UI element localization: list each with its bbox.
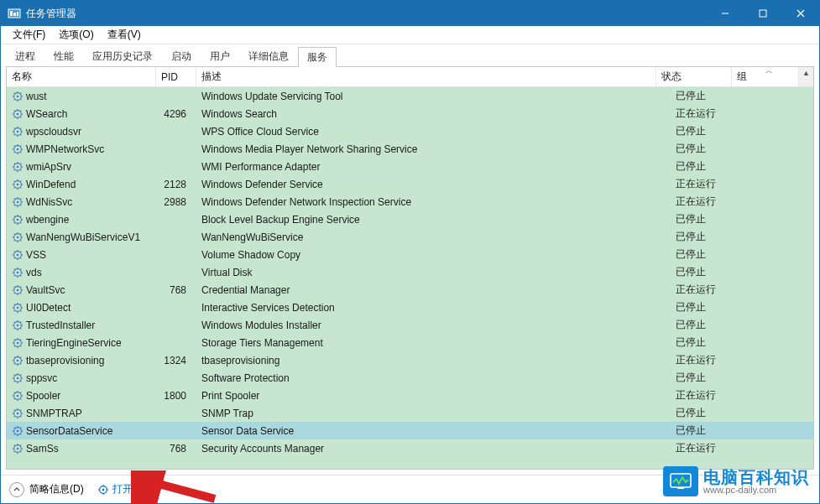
col-header-status[interactable]: 状态 [656,67,732,86]
svg-line-25 [20,117,21,117]
maximize-button[interactable] [744,1,781,26]
service-row[interactable]: WSearch4296Windows Search正在运行 [7,105,813,122]
svg-point-109 [17,271,19,273]
service-row[interactable]: SNMPTRAPSNMP Trap已停止 [7,404,813,422]
service-desc-cell: Windows Search [196,108,671,120]
service-row[interactable]: WMPNetworkSvcWindows Media Player Networ… [7,140,813,158]
service-row[interactable]: TieringEngineServiceStorage Tiers Manage… [7,334,813,351]
col-header-pid[interactable]: PID [156,67,196,86]
svg-line-194 [14,409,15,410]
svg-line-167 [20,356,21,357]
service-row[interactable]: tbaseprovisioning1324tbaseprovisioning正在… [7,351,813,369]
service-status-cell: 正在运行 [671,177,746,191]
service-status-cell: 正在运行 [671,388,746,403]
svg-line-124 [14,286,15,287]
service-row[interactable]: TrustedInstallerWindows Modules Installe… [7,316,813,334]
service-desc-cell: WMI Performance Adapter [196,161,671,173]
close-button[interactable] [781,1,819,26]
svg-line-77 [20,198,21,199]
window-controls [706,1,819,26]
svg-line-164 [14,356,15,357]
col-header-desc[interactable]: 描述 [196,67,656,86]
service-name-cell: wpscloudsvr [7,126,156,138]
svg-line-15 [20,99,21,100]
watermark: 电脑百科知识 www.pc-daily.com [663,466,809,496]
service-name-cell: sppsvc [7,372,156,384]
svg-line-74 [14,198,15,199]
tab-2[interactable]: 应用历史记录 [83,46,162,66]
tab-6[interactable]: 服务 [298,47,337,67]
svg-line-225 [146,481,215,499]
minimize-button[interactable] [706,1,744,26]
service-status-cell: 正在运行 [671,441,746,455]
svg-rect-3 [17,12,18,16]
svg-point-9 [17,95,19,97]
service-row[interactable]: wbengineBlock Level Backup Engine Servic… [7,210,813,228]
service-row[interactable]: wmiApSrvWMI Performance Adapter已停止 [7,158,813,175]
menubar: 文件(F) 选项(O) 查看(V) [1,26,819,44]
watermark-badge-icon [663,466,698,496]
services-panel: 名称 PID 描述 状态 组 ︿ ▲ wustWindows Update Se… [6,66,814,470]
tab-5[interactable]: 详细信息 [239,46,298,66]
service-row[interactable]: VSSVolume Shadow Copy已停止 [7,246,813,263]
service-status-cell: 正在运行 [671,283,746,297]
svg-rect-2 [13,13,16,16]
menu-file[interactable]: 文件(F) [6,26,52,44]
service-row[interactable]: wpscloudsvrWPS Office Cloud Service已停止 [7,122,813,140]
services-list[interactable]: wustWindows Update Servicing Tool已停止WSea… [7,87,813,469]
svg-line-185 [20,398,21,399]
service-row[interactable]: Spooler1800Print Spooler正在运行 [7,387,813,404]
svg-line-75 [20,205,21,205]
svg-line-217 [20,444,21,445]
svg-line-36 [14,134,15,135]
tab-4[interactable]: 用户 [201,46,239,66]
tab-1[interactable]: 性能 [44,46,83,66]
svg-line-65 [20,187,21,188]
service-status-cell: 已停止 [671,265,746,279]
svg-line-64 [14,180,15,181]
service-status-cell: 已停止 [671,142,746,156]
service-row[interactable]: WinDefend2128Windows Defender Service正在运… [7,175,813,193]
col-header-group[interactable]: 组 ︿ [732,67,799,86]
service-status-cell: 已停止 [671,335,746,350]
services-icon [97,484,109,496]
tab-0[interactable]: 进程 [6,46,44,66]
fewer-details-toggle[interactable] [9,482,24,497]
service-row[interactable]: vdsVirtual Disk已停止 [7,263,813,281]
menu-options[interactable]: 选项(O) [52,26,100,44]
tab-3[interactable]: 启动 [162,46,201,66]
service-desc-cell: Windows Modules Installer [196,320,671,331]
titlebar[interactable]: 任务管理器 [1,1,819,26]
service-name-cell: UI0Detect [7,302,156,314]
svg-line-206 [14,434,15,434]
service-row[interactable]: WanNengWuBiServiceV1WanNengWuBiService已停… [7,228,813,246]
service-row[interactable]: wustWindows Update Servicing Tool已停止 [7,87,813,105]
service-row[interactable]: sppsvcSoftware Protection已停止 [7,369,813,387]
service-status-cell: 已停止 [671,159,746,174]
open-services-link[interactable]: 打开服务 [97,482,153,496]
svg-line-96 [14,240,15,241]
svg-line-145 [20,328,21,329]
svg-line-46 [14,152,15,153]
service-desc-cell: Windows Defender Network Inspection Serv… [196,196,671,208]
service-row[interactable]: VaultSvc768Credential Manager正在运行 [7,281,813,299]
col-header-name[interactable]: 名称 [7,67,156,86]
svg-line-166 [14,363,15,364]
service-row[interactable]: SensorDataServiceSensor Data Service已停止 [7,422,813,439]
service-status-cell: 已停止 [671,406,746,420]
service-status-cell: 已停止 [671,230,746,244]
scrollbar-header: ▲ [799,67,813,86]
service-name-cell: tbaseprovisioning [7,355,156,366]
menu-view[interactable]: 查看(V) [101,26,148,44]
svg-point-219 [102,488,104,491]
service-row[interactable]: UI0DetectInteractive Services Detection已… [7,299,813,316]
service-row[interactable]: SamSs768Security Accounts Manager正在运行 [7,439,813,457]
fewer-details-label[interactable]: 简略信息(D) [29,482,84,496]
svg-line-97 [20,233,21,234]
service-pid-cell: 1800 [156,390,196,402]
window-title: 任务管理器 [26,7,706,21]
service-status-cell: 已停止 [671,423,746,438]
service-row[interactable]: WdNisSvc2988Windows Defender Network Ins… [7,193,813,210]
svg-line-195 [20,416,21,417]
svg-line-177 [20,374,21,375]
